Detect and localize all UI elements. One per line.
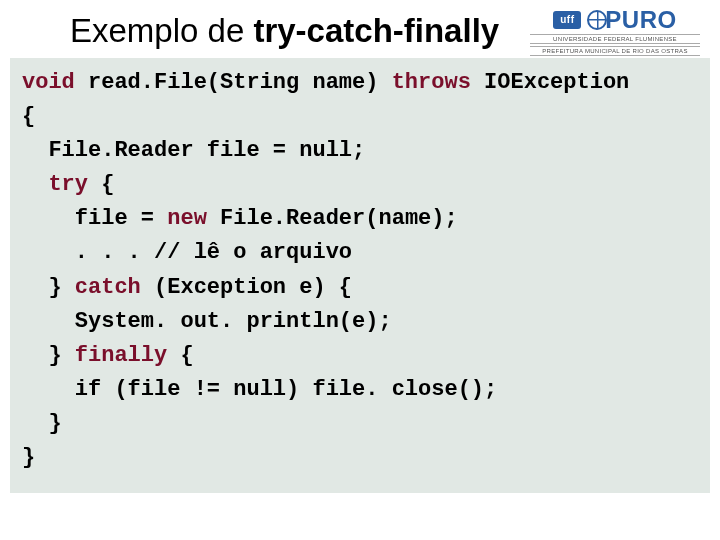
code-text: read.File(String name) bbox=[75, 70, 392, 95]
logo-subtitle-2: PREFEITURA MUNICIPAL DE RIO DAS OSTRAS bbox=[530, 46, 700, 56]
keyword-new: new bbox=[167, 206, 207, 231]
keyword-throws: throws bbox=[392, 70, 471, 95]
code-text: } bbox=[22, 445, 35, 470]
code-text: { bbox=[22, 104, 35, 129]
code-text: file = bbox=[22, 206, 167, 231]
code-text: { bbox=[88, 172, 114, 197]
code-text: } bbox=[22, 411, 62, 436]
logo-top-row: uff PURO bbox=[530, 8, 700, 32]
institution-logo: uff PURO UNIVERSIDADE FEDERAL FLUMINENSE… bbox=[530, 8, 700, 56]
code-text: IOException bbox=[471, 70, 629, 95]
code-text bbox=[22, 172, 48, 197]
logo-name: PURO bbox=[605, 6, 676, 33]
code-example: void read.File(String name) throws IOExc… bbox=[10, 58, 710, 493]
logo-subtitle-1: UNIVERSIDADE FEDERAL FLUMINENSE bbox=[530, 34, 700, 44]
keyword-finally: finally bbox=[75, 343, 167, 368]
code-text: File.Reader(name); bbox=[207, 206, 458, 231]
keyword-void: void bbox=[22, 70, 75, 95]
code-text: } bbox=[22, 343, 75, 368]
code-text: { bbox=[167, 343, 193, 368]
uff-badge-icon: uff bbox=[553, 11, 581, 29]
keyword-try: try bbox=[48, 172, 88, 197]
slide-title: Exemplo de try-catch-finally bbox=[70, 8, 530, 50]
slide-header: Exemplo de try-catch-finally uff PURO UN… bbox=[0, 0, 720, 56]
code-text: } bbox=[22, 275, 75, 300]
keyword-catch: catch bbox=[75, 275, 141, 300]
code-text: if (file != null) file. close(); bbox=[22, 377, 497, 402]
title-plain: Exemplo de bbox=[70, 12, 253, 49]
title-bold: try-catch-finally bbox=[253, 12, 499, 49]
code-text: File.Reader file = null; bbox=[22, 138, 365, 163]
code-text: (Exception e) { bbox=[141, 275, 352, 300]
code-text: System. out. println(e); bbox=[22, 309, 392, 334]
logo-wordmark: PURO bbox=[587, 8, 676, 32]
code-text: . . . // lê o arquivo bbox=[22, 240, 352, 265]
